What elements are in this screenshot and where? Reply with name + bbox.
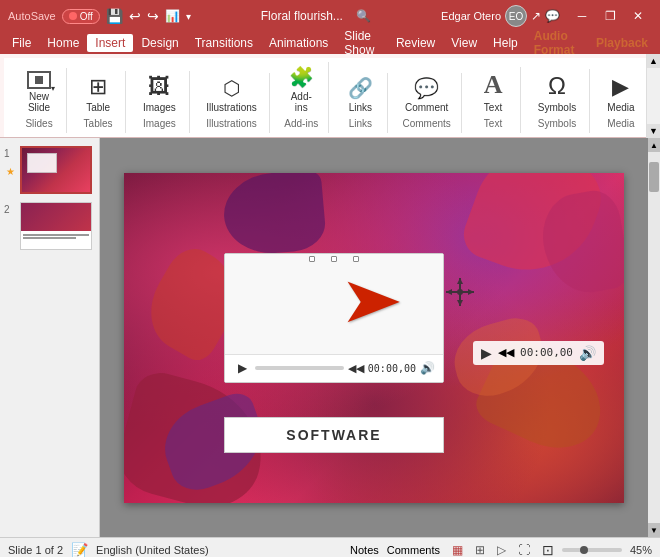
svg-marker-2 [457,278,463,284]
search-icon[interactable]: 🔍 [356,9,371,23]
svg-marker-4 [446,289,452,295]
scrollbar-right: ▲ ▼ [648,138,660,537]
view-reading-button[interactable]: ▷ [492,542,512,558]
media-button[interactable]: ▶ Media [601,71,641,116]
title-bar-user: Edgar Otero EO ↗ 💬 [441,5,560,27]
svg-marker-5 [468,289,474,295]
media-icon: ▶ [612,74,629,100]
ribbon-group-links: 🔗 Links Links [333,73,388,133]
software-text-box[interactable]: SOFTWARE [224,417,444,453]
menu-review[interactable]: Review [388,34,443,52]
save-icon[interactable]: 💾 [106,8,123,24]
ribbon-scroll: ▲ ▼ [646,54,660,138]
status-right: Notes Comments ▦ ⊞ ▷ ⛶ ⊡ 45% [350,542,652,558]
ribbon-group-addins: 🧩 Add- ins Add-ins [274,62,329,133]
star-icon: ★ [6,166,15,177]
menu-design[interactable]: Design [133,34,186,52]
view-buttons: ▦ ⊞ ▷ ⛶ [448,542,534,558]
title-bar-controls: ─ ❐ ✕ [568,5,652,27]
close-button[interactable]: ✕ [624,5,652,27]
big-red-arrow: ➤ [339,268,404,332]
new-slide-icon [27,71,51,89]
audio-time: 00:00,00 [520,346,573,359]
progress-bar[interactable] [255,366,344,370]
new-slide-button[interactable]: ▾ New Slide [19,68,59,116]
undo-icon[interactable]: ↩ [129,8,141,24]
menu-insert[interactable]: Insert [87,34,133,52]
ribbon-group-images: 🖼 Images Images [130,71,190,133]
images-icon: 🖼 [148,74,170,100]
rewind-icon[interactable]: ◀◀ [348,362,364,375]
zoom-fit-icon[interactable]: ⊡ [542,542,554,558]
move-cursor-icon [444,276,476,315]
svg-point-6 [457,289,463,295]
menu-playback[interactable]: Playback [588,34,656,52]
handle-top-left[interactable] [309,256,315,262]
ribbon-scroll-down[interactable]: ▼ [647,124,660,138]
user-avatar: EO [505,5,527,27]
notes-button[interactable]: Notes [350,544,379,556]
ribbon-group-slides: ▾ New Slide Slides [12,68,67,133]
comments-icon[interactable]: 💬 [545,9,560,23]
share-icon[interactable]: ↗ [531,9,541,23]
audio-play-button[interactable]: ▶ [481,345,492,361]
autosave-toggle[interactable]: Off [62,9,100,24]
slide-thumb-1[interactable]: 1 ★ [4,146,95,194]
canvas-area: ▶ ◀◀ 00:00,00 🔊 SOFTWARE ➤ [100,138,648,537]
menu-transitions[interactable]: Transitions [187,34,261,52]
menu-home[interactable]: Home [39,34,87,52]
media-top [225,254,443,354]
scroll-thumb[interactable] [649,162,659,192]
symbols-button[interactable]: Ω Symbols [532,69,582,116]
menu-help[interactable]: Help [485,34,526,52]
symbols-icon: Ω [548,72,566,100]
addins-button[interactable]: 🧩 Add- ins [281,62,321,116]
links-button[interactable]: 🔗 Links [340,73,380,116]
slide-thumb-2[interactable]: 2 [4,202,95,250]
media-time: 00:00,00 [368,363,416,374]
minimize-button[interactable]: ─ [568,5,596,27]
menu-file[interactable]: File [4,34,39,52]
volume-icon[interactable]: 🔊 [420,361,435,375]
menu-bar: File Home Insert Design Transitions Anim… [0,32,660,54]
slide-count: Slide 1 of 2 [8,544,63,556]
toggle-dot [69,12,77,20]
media-controls: ▶ ◀◀ 00:00,00 🔊 [225,354,443,382]
zoom-level[interactable]: 45% [630,544,652,556]
comment-button[interactable]: 💬 Comment [399,73,454,116]
ribbon-content: ▾ New Slide Slides ⊞ Table Tables [4,58,656,137]
table-button[interactable]: ⊞ Table [78,71,118,116]
restore-button[interactable]: ❐ [596,5,624,27]
ribbon-group-illustrations: ⬡ Illustrations Illustrations [194,73,271,133]
arrow-container: ➤ [344,268,398,332]
handle-top-center[interactable] [331,256,337,262]
zoom-slider[interactable] [562,548,622,552]
illustrations-button[interactable]: ⬡ Illustrations [200,73,263,116]
redo-icon[interactable]: ↪ [147,8,159,24]
menu-animations[interactable]: Animations [261,34,336,52]
text-button[interactable]: A Text [473,67,513,116]
ribbon-group-symbols: Ω Symbols Symbols [525,69,590,133]
scroll-up-button[interactable]: ▲ [648,138,660,152]
images-button[interactable]: 🖼 Images [137,71,182,116]
ribbon-group-text: A Text Text [466,67,521,133]
language[interactable]: English (United States) [96,544,209,556]
menu-view[interactable]: View [443,34,485,52]
comments-button[interactable]: Comments [387,544,440,556]
scroll-down-button[interactable]: ▼ [648,523,660,537]
slide-canvas: ▶ ◀◀ 00:00,00 🔊 SOFTWARE ➤ [124,173,624,503]
ribbon-scroll-up[interactable]: ▲ [647,54,660,68]
audio-volume-icon[interactable]: 🔊 [579,345,596,361]
notes-format-icon[interactable]: 📝 [71,542,88,558]
media-player-box[interactable]: ▶ ◀◀ 00:00,00 🔊 [224,253,444,383]
handle-top-right[interactable] [353,256,359,262]
svg-marker-3 [457,300,463,306]
view-normal-button[interactable]: ▦ [448,542,468,558]
title-bar-left: AutoSave Off 💾 ↩ ↪ 📊 ▾ [8,8,191,24]
audio-rewind-icon[interactable]: ◀◀ [498,346,514,359]
view-slidesorter-button[interactable]: ⊞ [470,542,490,558]
slide-panel: 1 ★ 2 [0,138,100,537]
view-present-button[interactable]: ⛶ [514,542,534,558]
misc-icon[interactable]: 📊 [165,9,180,23]
play-button[interactable]: ▶ [233,359,251,377]
